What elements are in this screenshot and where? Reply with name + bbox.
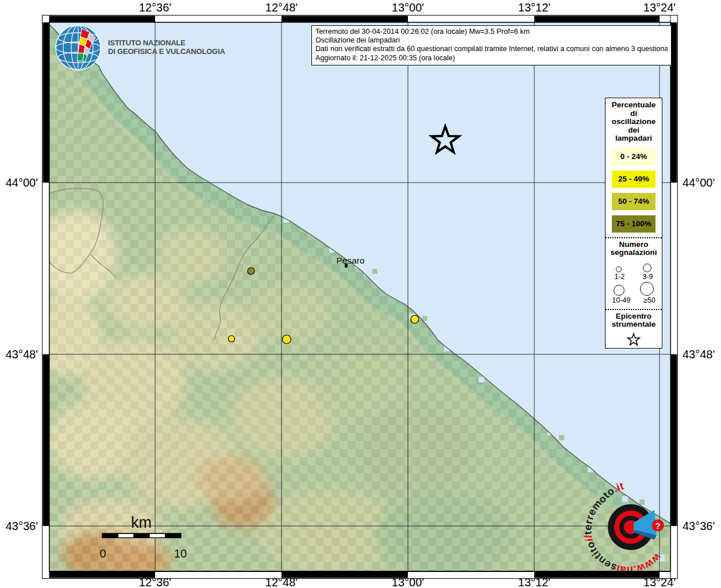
legend-reports-title: Numero segnalazioni [606, 241, 662, 257]
event-info-box: Terremoto del 30-04-2014 00:26:02 (ora l… [311, 25, 672, 65]
epicenter-star-icon [626, 332, 641, 347]
axis-label-top: 12°48' [265, 1, 298, 14]
legend-class-25-49: 25 - 49% [612, 171, 656, 188]
axis-label-left: 44°00' [0, 176, 38, 189]
event-effect: Oscillazione dei lampadari [315, 36, 668, 45]
report-size-label: ≥50 [643, 296, 656, 304]
report-circle-10-49 [614, 285, 624, 296]
axis-label-left: 43°36' [0, 520, 38, 533]
map-canvas: Pesaro km 0 10 [42, 15, 678, 579]
legend-epicenter-title: Epicentro strumentale [606, 312, 662, 329]
question-mark: ? [655, 521, 660, 531]
axis-label-top: 12°36' [139, 1, 171, 14]
report-size-label: 10-49 [612, 296, 630, 304]
ingv-globe-icon [54, 23, 102, 71]
axis-label-right: 43°36' [683, 520, 715, 533]
report-size-label: 3-9 [642, 273, 653, 281]
axis-label-left: 43°48' [0, 348, 38, 361]
observation-dot [248, 268, 255, 274]
axis-label-top: 13°12' [518, 1, 550, 14]
city-marker-pesaro [345, 264, 348, 268]
legend-title: Percentuale di oscillazione dei lampadar… [606, 101, 662, 143]
report-circle-3-9 [643, 264, 651, 272]
legend-class-50-74: 50 - 74% [612, 193, 656, 210]
report-circle-1-2 [616, 266, 622, 272]
event-updated-at: Aggiornato il: 21-12-2025 00:35 (ora loc… [315, 54, 668, 63]
observation-dot [229, 336, 235, 342]
axis-label-right: 43°48' [683, 348, 715, 361]
report-circle-50plus [640, 282, 654, 296]
event-title: Terremoto del 30-04-2014 00:26:02 (ora l… [315, 28, 668, 36]
legend-separator [606, 309, 662, 310]
legend-report-circles-row2 [606, 282, 662, 296]
legend-separator [606, 237, 662, 238]
observation-dot [411, 315, 419, 323]
event-disclaimer: Dati non verificati estratti da 60 quest… [315, 45, 668, 53]
legend: Percentuale di oscillazione dei lampadar… [605, 98, 662, 349]
map-page: 12°36' 12°48' 13°00' 13°12' 13°24' 12°36… [0, 0, 721, 588]
ingv-logo: ISTITUTO NAZIONALE DI GEOFISICA E VULCAN… [54, 23, 225, 71]
city-label-pesaro: Pesaro [336, 256, 364, 265]
scale-bar-start: 0 [99, 547, 106, 560]
legend-class-75-100: 75 - 100% [612, 215, 656, 233]
ingv-wordmark: ISTITUTO NAZIONALE DI GEOFISICA E VULCAN… [108, 38, 225, 56]
legend-report-circles-row1 [606, 258, 662, 272]
axis-label-top: 13°00' [392, 1, 424, 14]
scale-bar-end: 10 [174, 547, 187, 560]
observation-dot [283, 335, 291, 344]
axis-label-right: 44°00' [683, 176, 715, 189]
axis-label-top: 13°24' [643, 1, 676, 14]
report-size-label: 1-2 [614, 273, 624, 281]
scale-bar-unit: km [131, 514, 152, 531]
legend-class-0-24: 0 - 24% [612, 148, 656, 165]
